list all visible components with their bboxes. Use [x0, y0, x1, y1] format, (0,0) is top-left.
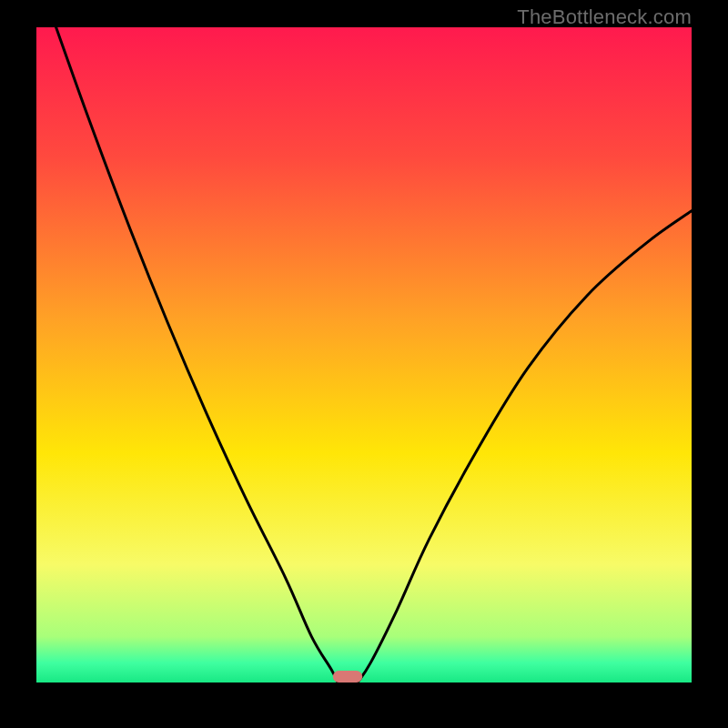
- bottom-marker: [333, 671, 362, 682]
- curve-left-curve: [56, 27, 339, 682]
- chart-svg: [36, 27, 692, 682]
- watermark-text: TheBottleneck.com: [517, 5, 692, 29]
- curve-right-curve: [358, 211, 692, 682]
- chart-frame: TheBottleneck.com: [0, 0, 728, 728]
- plot-area: [36, 27, 692, 682]
